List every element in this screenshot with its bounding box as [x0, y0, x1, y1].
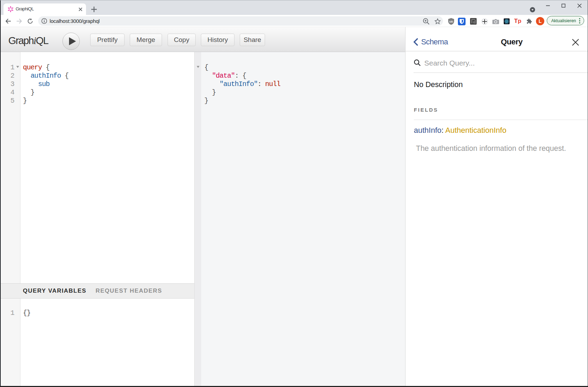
- svg-text:UD: UD: [449, 20, 453, 23]
